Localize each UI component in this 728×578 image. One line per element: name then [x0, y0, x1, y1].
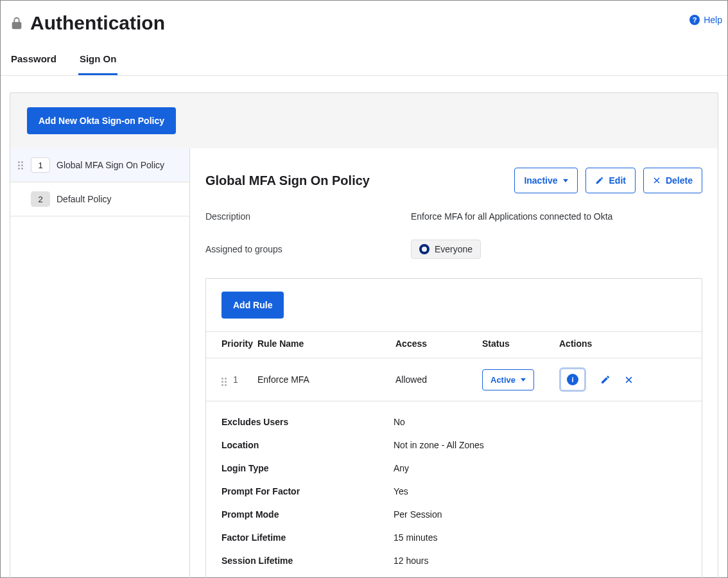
rule-status-dropdown[interactable]: Active: [482, 369, 534, 390]
caret-down-icon: [521, 378, 526, 381]
rule-detail-value: Yes: [394, 486, 408, 496]
rule-info-button[interactable]: i: [559, 367, 586, 392]
edit-button[interactable]: Edit: [585, 168, 636, 193]
rule-detail-label: Session Lifetime: [221, 556, 394, 566]
close-icon: [625, 376, 633, 384]
rule-detail-label: Prompt For Factor: [221, 486, 394, 496]
info-icon: i: [567, 374, 578, 385]
status-dropdown-button[interactable]: Inactive: [514, 168, 577, 193]
group-name: Everyone: [435, 244, 472, 254]
description-value: Enforce MFA for all Applications connect…: [411, 211, 612, 222]
rule-detail-label: Excludes Users: [221, 417, 394, 427]
col-status: Status: [482, 338, 559, 349]
rule-detail-value: No: [394, 417, 405, 427]
add-rule-button[interactable]: Add Rule: [221, 292, 284, 319]
rule-detail-label: Factor Lifetime: [221, 532, 394, 543]
rule-detail-row: Prompt ModePer Session: [221, 503, 686, 526]
help-label: Help: [704, 15, 722, 25]
rule-detail-row: Login TypeAny: [221, 457, 686, 480]
okta-logo-icon: [419, 244, 429, 254]
help-icon: ?: [689, 15, 700, 25]
policy-item-2[interactable]: 2 Default Policy: [10, 182, 189, 216]
rule-detail-row: Prompt For FactorYes: [221, 480, 686, 503]
policy-number: 1: [31, 157, 50, 173]
col-priority: Priority: [206, 338, 257, 349]
description-label: Description: [205, 211, 411, 222]
edit-label: Edit: [609, 175, 626, 186]
rule-priority: 1: [233, 374, 238, 385]
policy-label: Global MFA Sign On Policy: [56, 157, 164, 172]
policy-detail-title: Global MFA Sign On Policy: [205, 173, 370, 188]
rule-detail-value: Per Session: [394, 509, 442, 520]
rule-detail-label: Location: [221, 440, 394, 450]
col-access: Access: [395, 338, 482, 349]
status-label: Inactive: [524, 175, 557, 186]
rule-status-label: Active: [490, 375, 516, 385]
caret-down-icon: [563, 179, 568, 182]
lock-icon: [10, 15, 24, 31]
add-policy-button[interactable]: Add New Okta Sign-on Policy: [27, 107, 176, 134]
pencil-icon: [600, 374, 611, 385]
tab-sign-on[interactable]: Sign On: [78, 49, 118, 75]
rule-delete-button[interactable]: [625, 376, 633, 384]
groups-label: Assigned to groups: [205, 244, 411, 254]
page-title: Authentication: [30, 12, 165, 34]
rule-detail-label: Login Type: [221, 463, 394, 473]
drag-handle-icon[interactable]: [221, 378, 228, 386]
rule-detail-value: Any: [394, 463, 409, 473]
delete-label: Delete: [666, 175, 693, 186]
rule-detail-value: Not in zone - All Zones: [394, 440, 484, 450]
pencil-icon: [595, 176, 604, 185]
rule-detail-row: Factor Lifetime15 minutes: [221, 526, 686, 549]
rule-access: Allowed: [395, 374, 482, 385]
policy-label: Default Policy: [56, 191, 112, 206]
policy-number: 2: [31, 191, 50, 207]
rule-detail-row: Session Lifetime12 hours: [221, 549, 686, 572]
rule-detail-row: LocationNot in zone - All Zones: [221, 434, 686, 457]
help-link[interactable]: ? Help: [689, 15, 722, 25]
policy-item-1[interactable]: 1 Global MFA Sign On Policy: [10, 148, 189, 182]
rule-detail-value: 12 hours: [394, 556, 428, 566]
rule-detail-label: Prompt Mode: [221, 509, 394, 520]
delete-button[interactable]: Delete: [643, 168, 702, 193]
group-chip[interactable]: Everyone: [411, 240, 481, 259]
rule-detail-row: Excludes UsersNo: [221, 410, 686, 434]
rule-detail-value: 15 minutes: [394, 532, 437, 543]
rule-name: Enforce MFA: [257, 374, 395, 385]
drag-handle-icon[interactable]: [18, 161, 24, 170]
rule-edit-button[interactable]: [600, 374, 611, 385]
close-icon: [653, 177, 661, 184]
tab-password[interactable]: Password: [10, 49, 58, 75]
col-actions: Actions: [559, 338, 681, 349]
col-rule-name: Rule Name: [257, 338, 395, 349]
